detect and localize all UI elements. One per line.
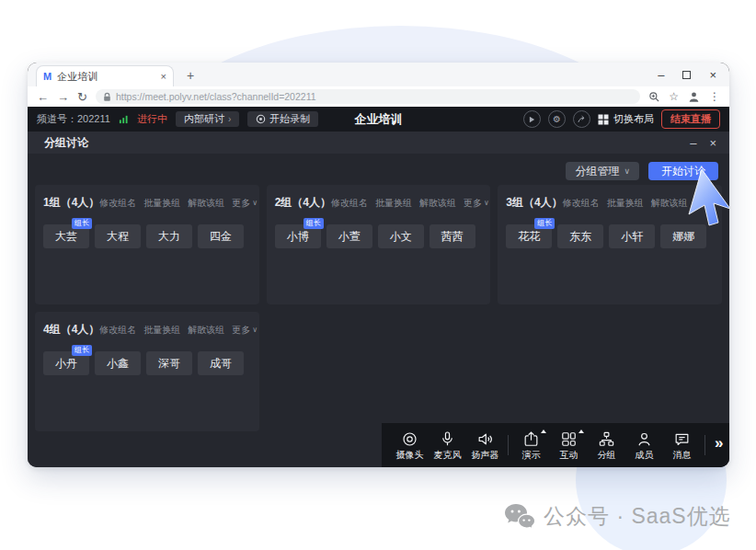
browser-tab-strip: M 企业培训 × + – × xyxy=(28,63,729,86)
group-cards: 1组（4人） 修改组名 批量换组 解散该组 更多∨ 大芸组长 大程 大力 四金 xyxy=(35,185,722,431)
message-icon xyxy=(673,430,691,448)
interaction-icon xyxy=(560,430,578,448)
member-chip[interactable]: 东东 xyxy=(557,224,603,248)
channel-number: 频道号：202211 xyxy=(37,112,110,126)
settings-gear-icon[interactable]: ⚙ xyxy=(548,110,566,128)
window-close-button[interactable]: × xyxy=(709,68,716,82)
chevron-down-icon: ∨ xyxy=(484,199,489,207)
panel-close-icon[interactable]: × xyxy=(709,137,716,149)
switch-layout-button[interactable]: 切换布局 xyxy=(598,112,654,126)
toolbar-expand-icon[interactable]: » xyxy=(715,434,723,453)
present-button[interactable]: 演示 xyxy=(512,430,550,460)
batch-move-link[interactable]: 批量换组 xyxy=(143,197,180,210)
member-chip[interactable]: 花花组长 xyxy=(506,224,552,248)
panel-minimize-icon[interactable]: – xyxy=(690,137,696,149)
discussion-mode-button[interactable]: 内部研讨› xyxy=(176,111,239,127)
watermark-text: 公众号 · SaaS优选 xyxy=(544,502,731,531)
browser-address-bar: ← → ↻ https://meet.polyv.net/class?chann… xyxy=(28,86,729,107)
batch-move-link[interactable]: 批量换组 xyxy=(607,197,644,210)
chevron-down-icon: ∨ xyxy=(624,167,630,176)
disband-group-link[interactable]: 解散该组 xyxy=(188,324,224,337)
member-chip[interactable]: 小丹组长 xyxy=(43,351,89,375)
member-chip[interactable]: 小博组长 xyxy=(275,224,321,248)
breakout-group-button[interactable]: 分组 xyxy=(588,430,625,460)
group-manage-button[interactable]: 分组管理∨ xyxy=(566,162,639,180)
url-text: https://meet.polyv.net/class?channelId=2… xyxy=(116,91,316,102)
members-icon xyxy=(636,430,653,448)
bookmark-star-icon[interactable]: ☆ xyxy=(669,90,679,103)
forward-icon[interactable]: → xyxy=(57,91,69,103)
top-bar-actions: ⚙ 切换布局 结束直播 xyxy=(523,109,720,129)
message-button[interactable]: 消息 xyxy=(663,430,701,460)
lock-icon xyxy=(103,92,111,102)
rename-group-link[interactable]: 修改组名 xyxy=(99,324,136,337)
rename-group-link[interactable]: 修改组名 xyxy=(563,197,600,210)
member-chip[interactable]: 大芸组长 xyxy=(43,224,89,248)
disband-group-link[interactable]: 解散该组 xyxy=(188,197,224,210)
browser-window: M 企业培训 × + – × ← → ↻ https://meet.polyv.… xyxy=(28,63,729,467)
group-name: 3组（4人） xyxy=(506,195,562,211)
member-chip[interactable]: 深哥 xyxy=(146,351,192,375)
page-background: M 企业培训 × + – × ← → ↻ https://meet.polyv.… xyxy=(0,0,756,550)
share-icon[interactable] xyxy=(573,110,590,128)
member-chip[interactable]: 小文 xyxy=(378,224,424,248)
tab-close-icon[interactable]: × xyxy=(161,71,166,82)
meeting-top-bar: 频道号：202211 进行中 内部研讨› 开始录制 企业培训 ⚙ xyxy=(28,107,729,132)
reload-icon[interactable]: ↻ xyxy=(77,91,87,103)
rename-group-link[interactable]: 修改组名 xyxy=(331,197,368,210)
start-record-button[interactable]: 开始录制 xyxy=(247,111,318,127)
profile-avatar-icon[interactable] xyxy=(687,90,701,104)
group-name: 2组（4人） xyxy=(275,195,331,211)
member-chip[interactable]: 大力 xyxy=(146,224,192,248)
member-chip[interactable]: 小轩 xyxy=(609,224,655,248)
browser-menu-icon[interactable]: ⋮ xyxy=(709,90,720,103)
member-chip[interactable]: 成哥 xyxy=(198,351,244,375)
interaction-button[interactable]: 互动 xyxy=(550,430,588,460)
meeting-toolbar: 摄像头 麦克风 扬声器 xyxy=(382,423,729,467)
members-button[interactable]: 成员 xyxy=(625,430,663,460)
rename-group-link[interactable]: 修改组名 xyxy=(99,197,136,210)
browser-tab[interactable]: M 企业培训 × xyxy=(36,65,174,86)
playback-icon[interactable] xyxy=(523,110,541,128)
present-icon xyxy=(522,430,540,448)
chevron-down-icon: ∨ xyxy=(252,326,258,334)
watermark: 公众号 · SaaS优选 xyxy=(504,502,731,531)
toolbar-divider xyxy=(508,435,509,455)
breakout-panel-header: 分组讨论 – × xyxy=(28,132,729,154)
more-link[interactable]: 更多∨ xyxy=(232,324,258,337)
member-chip[interactable]: 茜茜 xyxy=(430,224,475,248)
end-live-button[interactable]: 结束直播 xyxy=(661,109,720,129)
disband-group-link[interactable]: 解散该组 xyxy=(651,197,688,210)
speaker-button[interactable]: 扬声器 xyxy=(466,430,504,460)
group-card-4: 4组（4人） 修改组名 批量换组 解散该组 更多∨ 小丹组长 小鑫 深哥 成哥 xyxy=(35,312,259,431)
new-tab-button[interactable]: + xyxy=(187,68,194,83)
group-name: 1组（4人） xyxy=(43,195,99,211)
window-maximize-button[interactable] xyxy=(682,68,691,82)
more-link[interactable]: 更多∨ xyxy=(232,197,258,210)
leader-badge: 组长 xyxy=(534,218,555,229)
zoom-icon[interactable] xyxy=(648,91,660,103)
more-link[interactable]: 更多∨ xyxy=(464,197,489,210)
group-card-1: 1组（4人） 修改组名 批量换组 解散该组 更多∨ 大芸组长 大程 大力 四金 xyxy=(35,185,259,304)
record-icon xyxy=(256,114,266,124)
group-name: 4组（4人） xyxy=(43,322,99,338)
batch-move-link[interactable]: 批量换组 xyxy=(143,324,180,337)
member-chip[interactable]: 小鑫 xyxy=(95,351,141,375)
batch-move-link[interactable]: 批量换组 xyxy=(375,197,412,210)
camera-button[interactable]: 摄像头 xyxy=(391,430,429,460)
back-icon[interactable]: ← xyxy=(37,91,49,103)
live-status-text: 进行中 xyxy=(137,112,167,126)
tab-title: 企业培训 xyxy=(57,70,155,84)
member-chip[interactable]: 四金 xyxy=(198,224,244,248)
member-chip[interactable]: 大程 xyxy=(95,224,141,248)
leader-badge: 组长 xyxy=(304,218,324,229)
leader-badge: 组长 xyxy=(72,218,92,229)
site-favicon-icon: M xyxy=(43,71,52,82)
disband-group-link[interactable]: 解散该组 xyxy=(419,197,456,210)
panel-window-controls: – × xyxy=(690,137,716,149)
member-chip[interactable]: 小萱 xyxy=(326,224,372,248)
window-minimize-button[interactable]: – xyxy=(658,68,664,82)
microphone-button[interactable]: 麦克风 xyxy=(429,430,466,460)
speaker-icon xyxy=(476,430,494,448)
url-bar[interactable]: https://meet.polyv.net/class?channelId=2… xyxy=(96,89,640,104)
